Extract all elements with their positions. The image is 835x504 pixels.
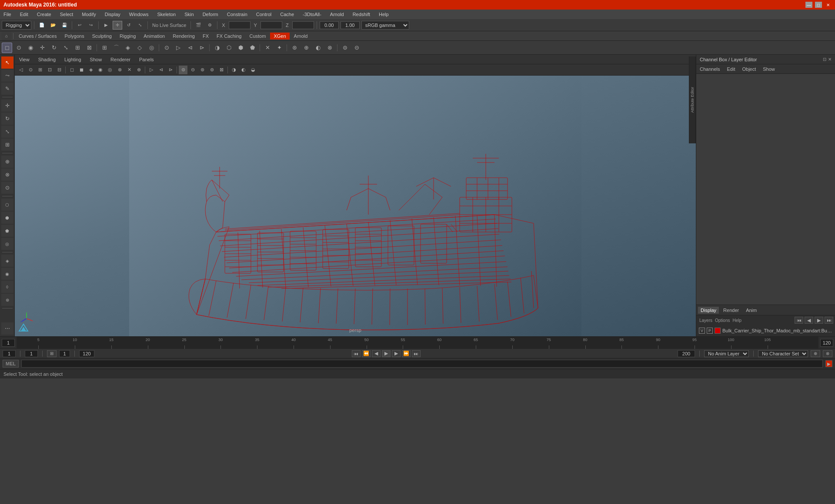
anim-icon[interactable]: ⊲	[185, 43, 195, 53]
snap-view[interactable]: ◎	[146, 43, 157, 53]
menu-file[interactable]: File	[2, 11, 13, 18]
edit-tab[interactable]: Edit	[725, 66, 737, 73]
vp-extra-icon1[interactable]: ◎	[106, 66, 114, 74]
value2-field[interactable]	[341, 21, 360, 29]
left-icon-group1[interactable]: ⬡	[1, 199, 13, 211]
open-button[interactable]: 📂	[48, 21, 58, 30]
viewport-menu-panels[interactable]: Panels	[137, 56, 156, 63]
layer-back-btn[interactable]: ◀	[805, 317, 813, 324]
menu-help[interactable]: Help	[377, 11, 391, 18]
tab-xgen[interactable]: XGen	[270, 33, 289, 40]
menu-cache[interactable]: Cache	[278, 11, 296, 18]
menu-control[interactable]: Control	[254, 11, 273, 18]
xray-icon[interactable]: ✕	[262, 43, 273, 53]
render-tab[interactable]: Render	[721, 307, 741, 314]
mel-submit-btn[interactable]: ▶	[825, 360, 832, 367]
tool-transform[interactable]: ⊞	[72, 43, 83, 53]
vp-extra-icon12[interactable]: ⊠	[217, 66, 226, 74]
env-icon[interactable]: ⊗	[324, 43, 335, 53]
char-set-btn2[interactable]: ⊗	[823, 350, 832, 357]
left-icon-group3[interactable]: ⬟	[1, 225, 13, 237]
vp-wire-icon[interactable]: ◻	[67, 66, 76, 74]
tab-sculpting[interactable]: Sculpting	[89, 33, 115, 40]
vp-extra-icon9[interactable]: ⊝	[188, 66, 197, 74]
layers-label[interactable]: Layers	[698, 318, 714, 323]
bookmark-icon[interactable]: ⊝	[351, 43, 362, 53]
vp-cam-icon[interactable]: ◁	[17, 66, 25, 74]
left-select-tool[interactable]: ↖	[1, 56, 13, 69]
tool-move[interactable]: ✛	[37, 43, 47, 53]
layer-row[interactable]: V P Bulk_Carrier_Ship_Thor_Madoc_mb_stan…	[697, 326, 834, 335]
move-tool[interactable]: ✛	[113, 21, 122, 30]
object-tab[interactable]: Object	[740, 66, 758, 73]
render-settings-icon[interactable]: ⚙	[205, 21, 214, 30]
minimize-button[interactable]: —	[805, 2, 812, 8]
frame-snap-field[interactable]	[59, 350, 70, 357]
pb-next-frame[interactable]: ▶	[392, 350, 401, 357]
vp-extra-icon5[interactable]: ▷	[147, 66, 156, 74]
vp-texture-icon[interactable]: ◈	[87, 66, 95, 74]
mel-input[interactable]	[21, 360, 823, 368]
tab-fx-caching[interactable]: FX Caching	[213, 33, 245, 40]
viewport-menu-shading[interactable]: Shading	[37, 56, 57, 63]
timeline-ruler[interactable]: 5101520253035404550556065707580859095100…	[17, 337, 818, 349]
snap-surface[interactable]: ◇	[134, 43, 145, 53]
tab-rigging[interactable]: Rigging	[116, 33, 139, 40]
vp-light-icon[interactable]: ◉	[96, 66, 105, 74]
menu-redshift[interactable]: Redshift	[351, 11, 372, 18]
mel-label[interactable]: MEL	[3, 360, 19, 368]
menu-constrain[interactable]: Constrain	[225, 11, 249, 18]
new-scene-button[interactable]: 📄	[37, 21, 47, 30]
show-tab[interactable]: Show	[761, 66, 777, 73]
left-move-tool[interactable]: ✛	[1, 99, 13, 112]
layer-next-btn[interactable]: ⏭	[825, 317, 833, 324]
value1-field[interactable]	[320, 21, 339, 29]
layer-p[interactable]: P	[707, 328, 713, 334]
left-icon-group8[interactable]: ⊛	[1, 294, 13, 306]
left-ik-tool[interactable]: ⊗	[1, 169, 13, 181]
channels-tab[interactable]: Channels	[698, 66, 721, 73]
save-button[interactable]: 💾	[60, 21, 69, 30]
anim-layer-dropdown[interactable]: No Anim Layer	[704, 350, 749, 357]
viewport-menu-renderer[interactable]: Renderer	[109, 56, 132, 63]
left-icon-group7[interactable]: ◊	[1, 281, 13, 293]
workspace-dropdown[interactable]: Rigging	[2, 21, 31, 30]
pb-back-frame[interactable]: ⏪	[362, 350, 371, 357]
smooth-icon[interactable]: ⬟	[247, 43, 257, 53]
tab-curves-surfaces[interactable]: Curves / Surfaces	[15, 33, 60, 40]
vp-select-icon[interactable]: ⊡	[45, 66, 54, 74]
pb-prev-frame[interactable]: ◀	[372, 350, 381, 357]
vp-extra-icon8[interactable]: ⊜	[179, 66, 187, 74]
char-set-dropdown[interactable]: No Character Set	[758, 350, 808, 357]
vp-extra-icon4[interactable]: ⊕	[134, 66, 143, 74]
z-field[interactable]	[292, 21, 314, 29]
redo-button[interactable]: ↪	[86, 21, 96, 30]
maximize-button[interactable]: □	[815, 2, 822, 8]
wire-icon[interactable]: ⬢	[235, 43, 246, 53]
vp-extra-icon6[interactable]: ⊲	[157, 66, 165, 74]
menu-arnold[interactable]: Arnold	[328, 11, 346, 18]
tab-arnold[interactable]: Arnold	[291, 33, 311, 40]
left-lasso-tool[interactable]: ⤳	[1, 70, 13, 82]
light-icon[interactable]: ⊛	[289, 43, 300, 53]
rp-float-btn[interactable]: ⊡	[823, 57, 826, 62]
viewport-menu-view[interactable]: View	[17, 56, 31, 63]
left-cluster-tool[interactable]: ⊙	[1, 182, 13, 194]
snap-grid[interactable]: ⊞	[99, 43, 110, 53]
menu-select[interactable]: Select	[58, 11, 75, 18]
left-icon-group5[interactable]: ◈	[1, 255, 13, 267]
menu-deform[interactable]: Deform	[201, 11, 220, 18]
tool-soft-select[interactable]: ⊠	[84, 43, 94, 53]
pb-play-btn[interactable]: ▶	[382, 350, 391, 357]
rp-close-btn[interactable]: ✕	[828, 57, 832, 62]
tab-polygons[interactable]: Polygons	[61, 33, 87, 40]
y-field[interactable]	[261, 21, 282, 29]
tool-lasso[interactable]: ⊙	[13, 43, 24, 53]
close-button[interactable]: ✕	[825, 2, 832, 8]
vp-vis-icon1[interactable]: ◑	[230, 66, 238, 74]
shadow-icon[interactable]: ⊕	[301, 43, 311, 53]
menu-display[interactable]: Display	[103, 11, 122, 18]
tab-animation[interactable]: Animation	[140, 33, 168, 40]
layer-v[interactable]: V	[699, 328, 705, 334]
show-hide-icon[interactable]: ◑	[212, 43, 222, 53]
